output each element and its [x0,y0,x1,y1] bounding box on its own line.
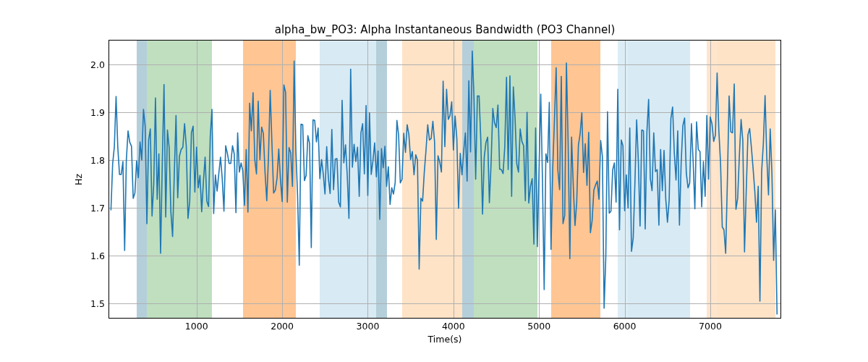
y-tick-label: 1.7 [90,203,105,214]
y-tick-label: 2.0 [90,59,105,70]
x-tick-label: 6000 [613,321,637,332]
axes: alpha_bw_PO3: Alpha Instantaneous Bandwi… [109,40,781,319]
x-axis-label: Time(s) [428,334,462,345]
chart-title: alpha_bw_PO3: Alpha Instantaneous Bandwi… [275,23,615,36]
y-tick-label: 1.6 [90,251,105,261]
x-tick-label: 1000 [185,321,208,332]
x-tick-label: 7000 [699,321,722,332]
line-layer [109,41,780,318]
y-tick-label: 1.9 [90,107,105,118]
series-line [111,51,777,315]
x-tick-label: 2000 [271,321,294,332]
x-tick-label: 5000 [527,321,550,332]
figure: alpha_bw_PO3: Alpha Instantaneous Bandwi… [0,0,868,362]
x-tick-label: 3000 [357,321,380,332]
y-axis-label: Hz [74,174,85,185]
y-tick-label: 1.8 [90,155,105,166]
y-tick-label: 1.5 [90,298,105,309]
x-tick-label: 4000 [442,321,465,332]
line-svg [109,41,780,318]
